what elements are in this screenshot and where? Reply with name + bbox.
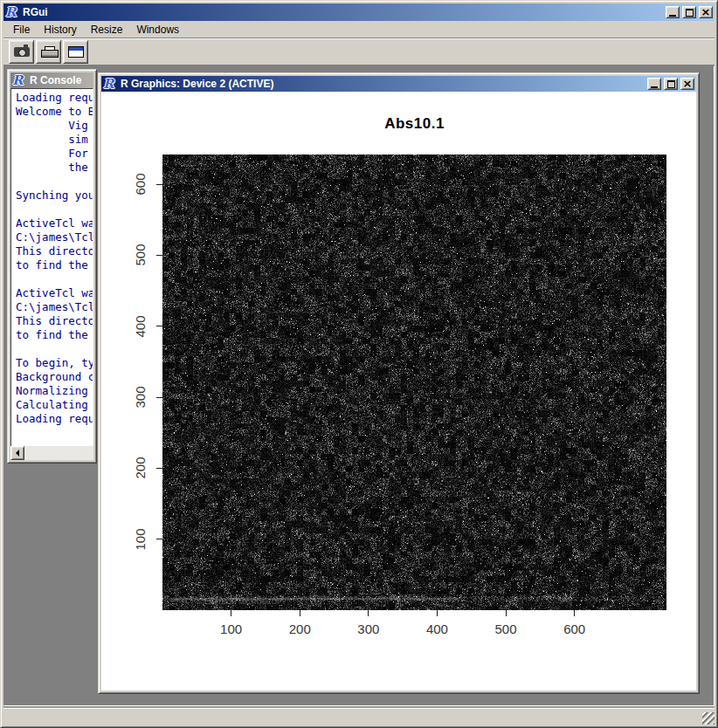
y-tick [156,184,162,185]
console-line: This directo [16,244,93,258]
console-line: Welcome to B [16,105,93,119]
camera-icon [14,47,30,57]
close-button[interactable]: × [699,6,713,18]
window-icon [68,46,84,58]
plot-image [162,155,666,610]
y-tick-label: 100 [133,513,147,566]
console-line: ActiveTcl wa [16,286,93,300]
console-line: to find the [16,258,93,272]
console-titlebar[interactable]: R R Console [10,72,93,88]
x-tick-label: 300 [347,622,390,636]
console-line: Synching you [16,189,93,203]
menu-resize[interactable]: Resize [84,22,130,38]
console-hscrollbar[interactable] [10,446,93,460]
menu-windows[interactable]: Windows [129,22,186,38]
scroll-left-button[interactable] [10,446,24,460]
x-tick-label: 500 [484,622,528,636]
print-button[interactable] [36,40,61,64]
console-line: Loading requ [16,91,93,105]
console-text: Loading requWelcome to B Vig sim For the… [16,91,93,446]
y-tick [156,397,162,398]
graphics-close-button[interactable]: × [680,78,694,90]
plot-area: 100200300400500600 100200300400500600 [162,155,666,610]
rgui-window: R RGui × File History Resize Windows R R… [0,0,718,728]
graphics-maximize-button[interactable] [664,78,678,90]
console-line: Vig [16,119,93,133]
menubar: File History Resize Windows [3,21,715,38]
graphics-titlebar[interactable]: R R Graphics: Device 2 (ACTIVE) × [101,76,696,92]
y-tick [156,468,162,469]
console-line: ActiveTcl wa [16,216,93,230]
y-tick-label: 300 [133,371,147,423]
graphics-minimize-button[interactable] [647,78,661,90]
snapshot-button[interactable] [9,40,34,64]
r-console-icon: R [12,74,27,87]
x-tick [437,610,438,616]
mdi-workspace: R R Console Loading requWelcome to B Vig… [3,65,715,706]
console-line: Loading requ [16,412,93,426]
x-tick-label: 100 [210,622,253,636]
minimize-icon [651,86,658,88]
minimize-icon [669,15,676,17]
y-tick-label: 600 [133,158,147,210]
r-graphics-icon: R [103,78,118,91]
x-tick [506,610,507,616]
y-tick-label: 500 [133,229,147,281]
console-line: To begin, ty [16,356,93,370]
close-icon: × [701,8,711,17]
statusbar [3,708,715,725]
x-tick-label: 600 [553,622,597,636]
y-tick-label: 400 [133,300,147,353]
resize-grip[interactable] [702,712,715,725]
window-button[interactable] [63,40,88,64]
console-window: R R Console Loading requWelcome to B Vig… [7,69,97,464]
console-line: sim [16,133,93,147]
y-tick [156,326,162,326]
plot-client-area: Abs10.1 100200300400500600 1002003004005… [101,92,696,690]
console-line: Background c [16,370,93,384]
x-tick [231,610,231,616]
x-tick [300,610,300,616]
console-line [16,203,93,216]
x-tick [368,610,369,616]
console-line: Calculating [16,398,93,412]
toolbar [3,38,715,65]
console-line [16,342,93,356]
minimize-button[interactable] [666,6,680,18]
console-line: to find the [16,328,93,342]
y-tick-label: 200 [133,442,147,494]
menu-file[interactable]: File [6,22,37,38]
menu-history[interactable]: History [37,22,83,38]
y-tick [156,255,162,256]
x-tick-label: 200 [278,622,321,636]
console-title: R Console [30,74,92,86]
maximize-icon [667,80,675,88]
maximize-button[interactable] [682,6,696,18]
graphics-title: R Graphics: Device 2 (ACTIVE) [121,78,645,90]
y-tick [156,539,162,539]
x-tick-label: 400 [415,622,459,636]
console-line: Normalizing [16,384,93,398]
printer-icon [41,46,57,58]
main-titlebar[interactable]: R RGui × [3,3,715,21]
console-line: C:\james\Tcl [16,230,93,244]
console-line [16,272,93,286]
window-title: RGui [23,6,663,18]
console-line: This directo [16,314,93,328]
plot-title: Abs10.1 [162,115,666,133]
console-line: the [16,161,93,175]
close-icon: × [683,79,693,88]
console-line: For [16,147,93,161]
scroll-left-icon [16,450,19,457]
maximize-icon [686,9,694,17]
graphics-window: R R Graphics: Device 2 (ACTIVE) × Abs10.… [98,72,700,694]
r-app-icon: R [5,6,20,19]
x-tick [574,610,575,616]
console-line: C:\james\Tcl [16,300,93,314]
console-output[interactable]: Loading requWelcome to B Vig sim For the… [10,88,93,446]
console-line [16,175,93,189]
